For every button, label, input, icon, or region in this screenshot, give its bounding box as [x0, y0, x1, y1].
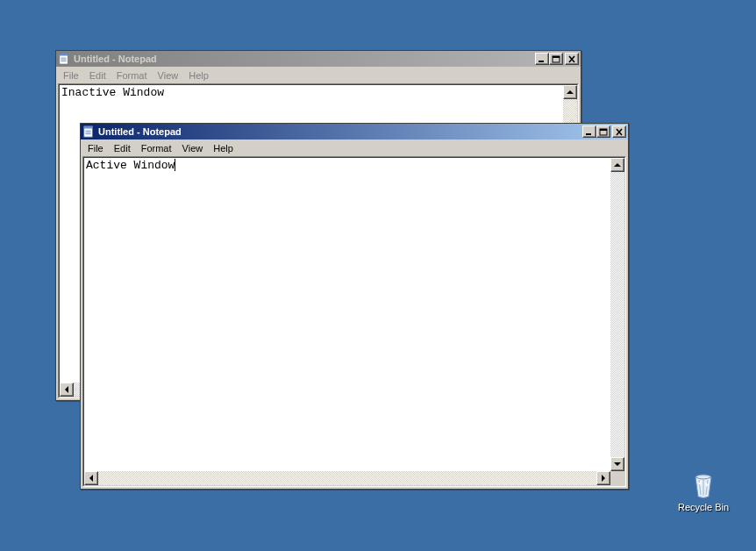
scroll-down-button[interactable] — [610, 457, 624, 471]
close-button[interactable] — [565, 53, 579, 65]
notepad-icon — [82, 125, 95, 138]
menu-edit[interactable]: Edit — [84, 68, 111, 82]
chevron-left-icon — [89, 475, 93, 482]
svg-rect-9 — [84, 126, 93, 129]
menu-view[interactable]: View — [177, 141, 209, 155]
text-area[interactable]: Active Window — [84, 158, 610, 471]
text-caret — [175, 159, 175, 171]
client-area: Active Window — [82, 156, 626, 487]
scroll-up-button[interactable] — [610, 158, 624, 172]
menu-help[interactable]: Help — [183, 68, 214, 82]
window-controls — [535, 53, 579, 65]
menu-file[interactable]: File — [82, 141, 109, 155]
close-button[interactable] — [612, 125, 626, 138]
chevron-left-icon — [65, 386, 68, 393]
svg-rect-15 — [600, 129, 607, 131]
scroll-track[interactable] — [98, 471, 596, 485]
minimize-button[interactable] — [535, 53, 549, 65]
window-title: Untitled - Notepad — [97, 126, 580, 137]
scroll-up-button[interactable] — [563, 85, 577, 99]
text-content-value: Active Window — [86, 159, 175, 172]
vertical-scrollbar[interactable] — [610, 158, 624, 471]
titlebar-inactive[interactable]: Untitled - Notepad — [56, 51, 581, 67]
notepad-window-active[interactable]: Untitled - Notepad File Edit Format View… — [80, 123, 629, 490]
chevron-right-icon — [602, 475, 605, 482]
maximize-button[interactable] — [549, 53, 563, 65]
scroll-right-button[interactable] — [596, 471, 610, 485]
minimize-button[interactable] — [582, 125, 596, 138]
scroll-corner — [610, 471, 624, 485]
svg-rect-7 — [553, 56, 560, 58]
notepad-icon — [58, 53, 70, 65]
chevron-up-icon — [614, 163, 621, 167]
menu-format[interactable]: Format — [136, 141, 177, 155]
menu-file[interactable]: File — [58, 68, 84, 82]
desktop-icon-recycle-bin[interactable]: Recycle Bin — [673, 472, 734, 512]
window-title: Untitled - Notepad — [73, 54, 532, 64]
svg-rect-1 — [60, 54, 68, 56]
desktop-icon-label: Recycle Bin — [673, 502, 734, 512]
menubar: File Edit Format View Help — [81, 140, 628, 156]
svg-rect-13 — [586, 133, 591, 135]
scroll-left-button[interactable] — [60, 383, 74, 397]
titlebar-active[interactable]: Untitled - Notepad — [81, 124, 628, 140]
scroll-left-button[interactable] — [84, 471, 98, 485]
menu-help[interactable]: Help — [208, 141, 239, 155]
recycle-bin-icon — [689, 472, 717, 500]
window-controls — [582, 125, 626, 138]
maximize-button[interactable] — [596, 125, 610, 138]
menu-edit[interactable]: Edit — [109, 141, 136, 155]
svg-rect-5 — [538, 61, 544, 62]
menubar: File Edit Format View Help — [56, 67, 581, 83]
horizontal-scrollbar[interactable] — [84, 471, 610, 485]
scroll-track[interactable] — [610, 172, 624, 457]
menu-format[interactable]: Format — [111, 68, 153, 82]
chevron-up-icon — [567, 90, 574, 94]
menu-view[interactable]: View — [153, 68, 184, 82]
chevron-down-icon — [614, 462, 621, 466]
